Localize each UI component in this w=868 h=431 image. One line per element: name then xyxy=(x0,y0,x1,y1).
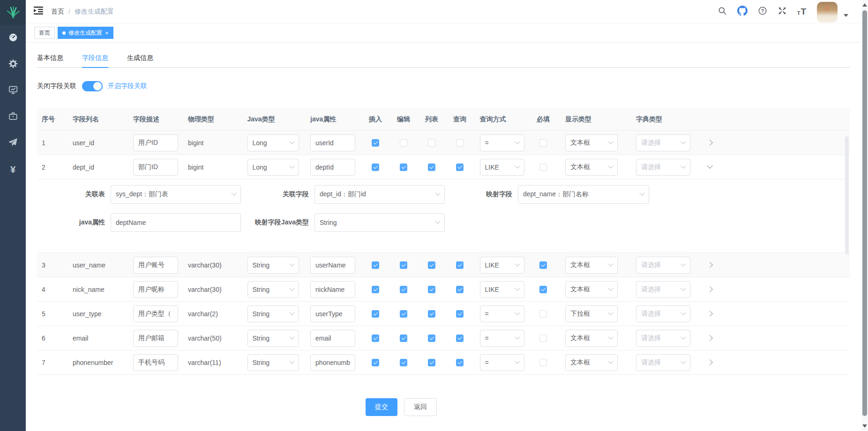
scrollbar-up-arrow-icon[interactable] xyxy=(862,3,867,7)
tab-1[interactable]: 字段信息 xyxy=(82,49,108,67)
github-button[interactable] xyxy=(732,6,753,18)
back-button[interactable]: 返回 xyxy=(404,398,437,416)
description-input[interactable] xyxy=(133,257,178,274)
map-java-type-select[interactable]: String xyxy=(314,213,445,232)
java-type-select[interactable]: String xyxy=(247,305,299,322)
tab-2[interactable]: 生成信息 xyxy=(127,49,153,67)
tag-close-icon[interactable]: × xyxy=(105,30,109,36)
description-input[interactable] xyxy=(133,159,178,176)
required-checkbox[interactable] xyxy=(539,286,547,293)
search-button[interactable] xyxy=(712,6,732,17)
required-checkbox[interactable] xyxy=(539,359,547,366)
sidebar-item-system[interactable] xyxy=(0,52,26,78)
java-type-select[interactable]: Long xyxy=(247,134,299,151)
query-type-select[interactable]: LIKE xyxy=(480,257,524,274)
query-type-select[interactable]: = xyxy=(480,330,524,347)
java-type-select[interactable]: String xyxy=(247,354,299,371)
expand-row-icon[interactable] xyxy=(707,262,713,268)
font-size-button[interactable]: TT xyxy=(792,7,811,16)
query-checkbox[interactable] xyxy=(456,163,464,171)
list-checkbox[interactable] xyxy=(428,261,435,269)
scrollbar-down-arrow-icon[interactable] xyxy=(862,424,867,428)
insert-checkbox[interactable] xyxy=(372,310,379,318)
dict-type-select[interactable]: 请选择 xyxy=(636,281,690,298)
field-relation-toggle[interactable] xyxy=(82,81,103,91)
description-input[interactable] xyxy=(133,354,178,371)
java-property-input[interactable] xyxy=(310,257,355,274)
expand-row-icon[interactable] xyxy=(707,335,713,341)
map-field-select[interactable]: dept_name：部门名称 xyxy=(518,185,649,204)
insert-checkbox[interactable] xyxy=(372,261,379,269)
java-property-input[interactable] xyxy=(310,354,355,371)
description-input[interactable] xyxy=(133,305,178,322)
list-checkbox[interactable] xyxy=(428,310,435,318)
dict-type-select[interactable]: 请选择 xyxy=(636,134,690,151)
list-checkbox[interactable] xyxy=(428,286,435,293)
insert-checkbox[interactable] xyxy=(372,163,379,171)
query-checkbox[interactable] xyxy=(456,359,464,366)
java-type-select[interactable]: String xyxy=(247,281,299,298)
display-type-select[interactable]: 文本框 xyxy=(565,330,618,347)
java-type-select[interactable]: Long xyxy=(247,159,299,176)
insert-checkbox[interactable] xyxy=(372,286,379,293)
table-scrollbar[interactable] xyxy=(845,136,849,254)
expand-row-icon[interactable] xyxy=(707,140,713,146)
required-checkbox[interactable] xyxy=(539,310,547,318)
edit-checkbox[interactable] xyxy=(400,139,407,147)
query-type-select[interactable]: = xyxy=(480,354,524,371)
query-checkbox[interactable] xyxy=(456,261,464,269)
description-input[interactable] xyxy=(133,134,178,151)
display-type-select[interactable]: 文本框 xyxy=(565,134,618,151)
sidebar-toggle-button[interactable] xyxy=(34,7,43,16)
edit-checkbox[interactable] xyxy=(400,310,407,318)
required-checkbox[interactable] xyxy=(539,139,547,147)
expand-java-property-input[interactable] xyxy=(111,213,241,232)
dict-type-select[interactable]: 请选择 xyxy=(636,354,690,371)
insert-checkbox[interactable] xyxy=(372,139,379,147)
sidebar-item-guide[interactable] xyxy=(0,130,26,156)
java-property-input[interactable] xyxy=(310,159,355,176)
edit-checkbox[interactable] xyxy=(400,163,407,171)
expand-row-icon[interactable] xyxy=(707,311,713,317)
dict-type-select[interactable]: 请选择 xyxy=(636,159,690,176)
dict-type-select[interactable]: 请选择 xyxy=(636,305,690,322)
display-type-select[interactable]: 文本框 xyxy=(565,159,618,176)
display-type-select[interactable]: 文本框 xyxy=(565,257,618,274)
query-checkbox[interactable] xyxy=(456,310,464,318)
insert-checkbox[interactable] xyxy=(372,334,379,342)
java-type-select[interactable]: String xyxy=(247,330,299,347)
tab-0[interactable]: 基本信息 xyxy=(37,49,63,67)
list-checkbox[interactable] xyxy=(428,139,435,147)
list-checkbox[interactable] xyxy=(428,334,435,342)
display-type-select[interactable]: 文本框 xyxy=(565,354,618,371)
java-property-input[interactable] xyxy=(310,134,355,151)
expand-row-icon[interactable] xyxy=(707,359,713,365)
sidebar-item-tool[interactable] xyxy=(0,104,26,130)
query-checkbox[interactable] xyxy=(456,139,464,147)
app-logo[interactable] xyxy=(0,0,26,25)
breadcrumb-home[interactable]: 首页 xyxy=(51,7,64,16)
required-checkbox[interactable] xyxy=(539,261,547,269)
edit-checkbox[interactable] xyxy=(400,261,407,269)
query-type-select[interactable]: LIKE xyxy=(480,281,524,298)
edit-checkbox[interactable] xyxy=(400,286,407,293)
description-input[interactable] xyxy=(133,281,178,298)
dict-type-select[interactable]: 请选择 xyxy=(636,330,690,347)
display-type-select[interactable]: 下拉框 xyxy=(565,305,618,322)
query-checkbox[interactable] xyxy=(456,286,464,293)
display-type-select[interactable]: 文本框 xyxy=(565,281,618,298)
edit-checkbox[interactable] xyxy=(400,359,407,366)
submit-button[interactable]: 提交 xyxy=(366,398,397,416)
collapse-row-icon[interactable] xyxy=(707,163,713,169)
dict-type-select[interactable]: 请选择 xyxy=(636,257,690,274)
list-checkbox[interactable] xyxy=(428,163,435,171)
question-button[interactable]: ? xyxy=(753,6,772,17)
sidebar-item-dashboard[interactable] xyxy=(0,25,26,52)
user-avatar[interactable] xyxy=(817,2,838,22)
relation-table-select[interactable]: sys_dept：部门表 xyxy=(111,185,241,204)
description-input[interactable] xyxy=(133,330,178,347)
expand-row-icon[interactable] xyxy=(707,286,713,292)
sidebar-item-monitor[interactable] xyxy=(0,78,26,104)
required-checkbox[interactable] xyxy=(539,163,547,171)
window-scrollbar[interactable] xyxy=(861,0,868,431)
